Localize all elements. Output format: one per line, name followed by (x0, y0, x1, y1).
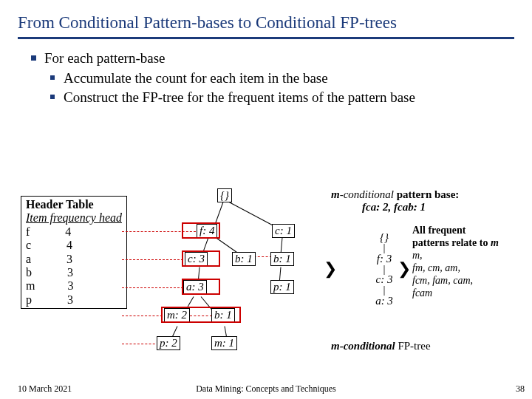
tree-edge: | (355, 267, 414, 273)
bullet-list: For each pattern-base Accumulate the cou… (18, 50, 514, 107)
tree-node: b: 1 (270, 252, 294, 266)
tree-node: m: 2 (164, 308, 190, 322)
fp-tree: {} f: 4 c: 1 c: 3 b: 1 b: 1 a: 3 p: 1 m:… (155, 188, 325, 366)
tree-edge: | (355, 245, 414, 251)
tree-node: b: 1 (232, 252, 256, 266)
tree-node: f: 4 (197, 224, 217, 238)
dashed-link (122, 231, 196, 232)
list-item: fcam (412, 287, 531, 299)
tree-node: p: 2 (157, 336, 180, 350)
bullet-level2: Construct the FP-tree for the frequent i… (18, 89, 514, 107)
text: -conditional (340, 188, 397, 200)
bullet-level2: Accumulate the count for each item in th… (18, 69, 514, 88)
tree-edge: | (355, 287, 414, 293)
m-conditional-fp-tree: {} | f: 3 | c: 3 | a: 3 (355, 230, 414, 309)
slide-number: 38 (516, 383, 525, 395)
arrow-icon: ❯ (324, 259, 337, 279)
slide-title: From Conditional Pattern-bases to Condit… (18, 13, 514, 33)
tree-edge (229, 202, 278, 228)
all-frequent-patterns: All frequent patterns relate to m m, fm,… (412, 224, 531, 300)
m-label: m (331, 188, 340, 200)
text: patterns relate to (412, 237, 491, 248)
dashed-link (122, 259, 187, 260)
pattern-base-items: fca: 2, fcab: 1 (331, 201, 457, 214)
tree-node: c: 3 (185, 252, 208, 266)
list-item: fm, cm, am, (412, 262, 531, 274)
dashed-link (122, 316, 166, 316)
table-row: b 3 (26, 266, 122, 279)
table-row: c 4 (26, 239, 122, 252)
dashed-link (190, 316, 212, 316)
tree-node-root: {} (217, 188, 232, 202)
header-table: Header Table Item frequency head f 4 c 4… (21, 196, 127, 309)
tree-node: p: 1 (270, 280, 294, 294)
header-table-columns: Item frequency head (26, 211, 122, 225)
dashed-link (122, 287, 187, 288)
table-row: f 4 (26, 225, 122, 239)
m-conditional-fp-tree-label: m-conditional FP-tree (331, 340, 431, 352)
table-row: a 3 (26, 253, 122, 266)
diagram-area: Header Table Item frequency head f 4 c 4… (0, 188, 532, 381)
heading: patterns relate to m (412, 237, 531, 249)
tree-node: b: 1 (211, 308, 235, 322)
heading: All frequent (412, 225, 531, 236)
tree-node: m: 1 (211, 336, 237, 350)
list-item: fcm, fam, cam, (412, 275, 531, 287)
list-item: m, (412, 250, 531, 262)
header-table-title: Header Table (26, 198, 122, 211)
title-rule (18, 37, 514, 39)
text: pattern base: (397, 188, 460, 200)
m-conditional-pattern-base: m-conditional pattern base: fca: 2, fcab… (331, 188, 531, 214)
tree-node: a: 3 (183, 280, 207, 294)
table-row: p 3 (26, 293, 122, 307)
bullet-level1: For each pattern-base (18, 50, 514, 68)
tree-node: a: 3 (355, 295, 414, 307)
footer-title: Data Mining: Concepts and Techniques (0, 383, 532, 395)
tree-node: c: 1 (272, 224, 295, 238)
table-row: m 3 (26, 279, 122, 293)
text: FP-tree (395, 340, 431, 352)
dashed-link (122, 344, 159, 344)
text: m-conditional (331, 340, 395, 352)
text: m (491, 237, 499, 248)
